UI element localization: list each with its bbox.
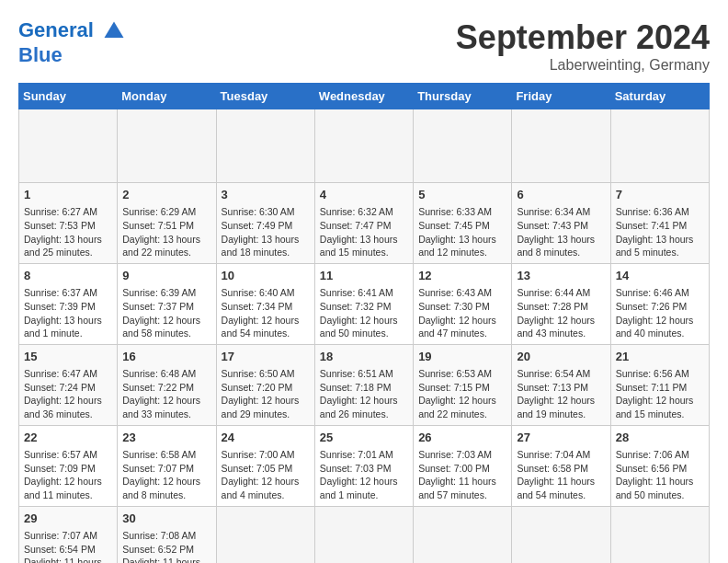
sunrise-text: Sunrise: 6:27 AM bbox=[24, 206, 97, 217]
day-number: 12 bbox=[418, 268, 506, 284]
calendar-cell: 18Sunrise: 6:51 AMSunset: 7:18 PMDayligh… bbox=[314, 344, 413, 425]
weekday-header-saturday: Saturday bbox=[610, 84, 709, 109]
day-number: 28 bbox=[616, 430, 704, 446]
daylight-text: Daylight: 12 hours and 11 minutes. bbox=[24, 476, 102, 500]
day-number: 24 bbox=[222, 430, 310, 446]
day-number: 25 bbox=[320, 430, 408, 446]
calendar-cell: 23Sunrise: 6:58 AMSunset: 7:07 PMDayligh… bbox=[118, 425, 216, 506]
sunrise-text: Sunrise: 6:34 AM bbox=[517, 206, 590, 217]
weekday-header-thursday: Thursday bbox=[414, 84, 512, 109]
sunset-text: Sunset: 6:52 PM bbox=[122, 544, 194, 555]
sunset-text: Sunset: 7:15 PM bbox=[418, 382, 490, 393]
daylight-text: Daylight: 11 hours and 43 minutes. bbox=[122, 557, 200, 563]
sunset-text: Sunset: 6:56 PM bbox=[616, 463, 688, 474]
sunset-text: Sunset: 6:58 PM bbox=[517, 463, 588, 474]
day-number: 19 bbox=[418, 349, 506, 365]
calendar-cell bbox=[216, 109, 314, 183]
calendar-cell: 20Sunrise: 6:54 AMSunset: 7:13 PMDayligh… bbox=[512, 344, 610, 425]
calendar-cell: 27Sunrise: 7:04 AMSunset: 6:58 PMDayligh… bbox=[512, 425, 610, 506]
day-number: 23 bbox=[122, 430, 210, 446]
day-number: 29 bbox=[24, 511, 112, 527]
daylight-text: Daylight: 12 hours and 47 minutes. bbox=[418, 315, 496, 339]
calendar-cell: 1Sunrise: 6:27 AMSunset: 7:53 PMDaylight… bbox=[19, 183, 118, 264]
daylight-text: Daylight: 12 hours and 29 minutes. bbox=[222, 395, 300, 419]
sunset-text: Sunset: 7:11 PM bbox=[616, 382, 688, 393]
sunset-text: Sunset: 7:53 PM bbox=[24, 220, 96, 231]
day-number: 10 bbox=[222, 268, 310, 284]
logo: General Blue bbox=[18, 18, 127, 66]
sunrise-text: Sunrise: 6:30 AM bbox=[222, 206, 295, 217]
day-number: 7 bbox=[616, 187, 704, 203]
daylight-text: Daylight: 12 hours and 22 minutes. bbox=[418, 395, 496, 419]
location: Laberweinting, Germany bbox=[456, 57, 710, 74]
calendar-cell: 2Sunrise: 6:29 AMSunset: 7:51 PMDaylight… bbox=[118, 183, 216, 264]
calendar-cell bbox=[19, 109, 118, 183]
calendar-cell: 29Sunrise: 7:07 AMSunset: 6:54 PMDayligh… bbox=[19, 506, 118, 563]
sunset-text: Sunset: 7:03 PM bbox=[320, 463, 392, 474]
day-number: 17 bbox=[222, 349, 310, 365]
calendar-cell bbox=[512, 506, 610, 563]
daylight-text: Daylight: 12 hours and 8 minutes. bbox=[122, 476, 200, 500]
day-number: 5 bbox=[418, 187, 506, 203]
sunrise-text: Sunrise: 6:29 AM bbox=[122, 206, 196, 217]
day-number: 30 bbox=[122, 511, 210, 527]
day-number: 21 bbox=[616, 349, 704, 365]
calendar-week-1: 1Sunrise: 6:27 AMSunset: 7:53 PMDaylight… bbox=[19, 183, 710, 264]
calendar-cell bbox=[414, 506, 512, 563]
month-title: September 2024 bbox=[456, 18, 710, 57]
logo-blue: Blue bbox=[18, 44, 127, 66]
sunrise-text: Sunrise: 6:46 AM bbox=[616, 287, 689, 298]
daylight-text: Daylight: 12 hours and 58 minutes. bbox=[122, 315, 200, 339]
sunset-text: Sunset: 7:47 PM bbox=[320, 220, 392, 231]
sunset-text: Sunset: 7:09 PM bbox=[24, 463, 96, 474]
sunrise-text: Sunrise: 7:00 AM bbox=[222, 449, 295, 460]
sunrise-text: Sunrise: 7:04 AM bbox=[517, 449, 590, 460]
sunset-text: Sunset: 7:05 PM bbox=[222, 463, 293, 474]
weekday-header-monday: Monday bbox=[118, 84, 216, 109]
weekday-header-tuesday: Tuesday bbox=[216, 84, 314, 109]
daylight-text: Daylight: 13 hours and 8 minutes. bbox=[517, 234, 595, 259]
calendar-cell: 28Sunrise: 7:06 AMSunset: 6:56 PMDayligh… bbox=[610, 425, 709, 506]
sunset-text: Sunset: 7:30 PM bbox=[418, 301, 490, 312]
day-number: 14 bbox=[616, 268, 704, 284]
sunset-text: Sunset: 7:13 PM bbox=[517, 382, 588, 393]
daylight-text: Daylight: 12 hours and 43 minutes. bbox=[517, 315, 595, 339]
sunrise-text: Sunrise: 7:03 AM bbox=[418, 449, 492, 460]
daylight-text: Daylight: 12 hours and 40 minutes. bbox=[616, 315, 694, 339]
sunset-text: Sunset: 7:45 PM bbox=[418, 220, 490, 231]
sunrise-text: Sunrise: 6:48 AM bbox=[122, 368, 196, 379]
sunrise-text: Sunrise: 6:54 AM bbox=[517, 368, 590, 379]
title-block: September 2024 Laberweinting, Germany bbox=[456, 18, 710, 74]
day-number: 18 bbox=[320, 349, 408, 365]
daylight-text: Daylight: 11 hours and 50 minutes. bbox=[616, 476, 694, 500]
sunset-text: Sunset: 7:34 PM bbox=[222, 301, 293, 312]
calendar-cell: 30Sunrise: 7:08 AMSunset: 6:52 PMDayligh… bbox=[118, 506, 216, 563]
calendar-cell: 9Sunrise: 6:39 AMSunset: 7:37 PMDaylight… bbox=[118, 263, 216, 344]
calendar-cell: 4Sunrise: 6:32 AMSunset: 7:47 PMDaylight… bbox=[314, 183, 413, 264]
daylight-text: Daylight: 12 hours and 36 minutes. bbox=[24, 395, 102, 419]
day-number: 6 bbox=[517, 187, 605, 203]
daylight-text: Daylight: 12 hours and 54 minutes. bbox=[222, 315, 300, 339]
daylight-text: Daylight: 11 hours and 57 minutes. bbox=[418, 476, 496, 500]
sunrise-text: Sunrise: 6:33 AM bbox=[418, 206, 492, 217]
sunrise-text: Sunrise: 6:40 AM bbox=[222, 287, 295, 298]
calendar-cell: 14Sunrise: 6:46 AMSunset: 7:26 PMDayligh… bbox=[610, 263, 709, 344]
daylight-text: Daylight: 12 hours and 4 minutes. bbox=[222, 476, 300, 500]
day-number: 9 bbox=[122, 268, 210, 284]
sunset-text: Sunset: 7:24 PM bbox=[24, 382, 96, 393]
day-number: 15 bbox=[24, 349, 112, 365]
calendar-week-2: 8Sunrise: 6:37 AMSunset: 7:39 PMDaylight… bbox=[19, 263, 710, 344]
weekday-header-row: SundayMondayTuesdayWednesdayThursdayFrid… bbox=[19, 84, 710, 109]
day-number: 1 bbox=[24, 187, 112, 203]
calendar-week-0 bbox=[19, 109, 710, 183]
sunrise-text: Sunrise: 7:06 AM bbox=[616, 449, 689, 460]
day-number: 26 bbox=[418, 430, 506, 446]
sunset-text: Sunset: 7:00 PM bbox=[418, 463, 490, 474]
day-number: 3 bbox=[222, 187, 310, 203]
daylight-text: Daylight: 12 hours and 15 minutes. bbox=[616, 395, 694, 419]
day-number: 20 bbox=[517, 349, 605, 365]
calendar-cell bbox=[118, 109, 216, 183]
sunrise-text: Sunrise: 6:43 AM bbox=[418, 287, 492, 298]
calendar-cell: 26Sunrise: 7:03 AMSunset: 7:00 PMDayligh… bbox=[414, 425, 512, 506]
daylight-text: Daylight: 13 hours and 12 minutes. bbox=[418, 234, 496, 259]
